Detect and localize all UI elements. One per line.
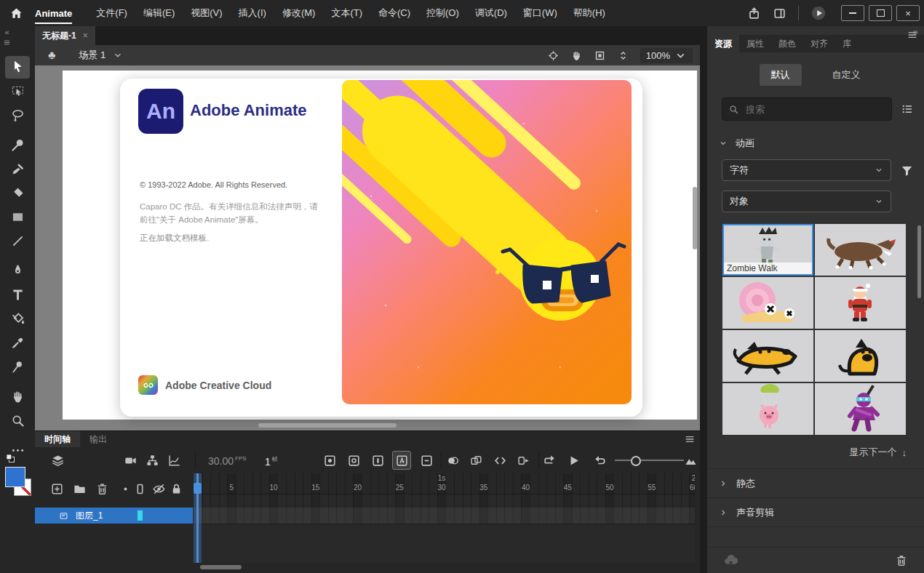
menubar-item[interactable]: 编辑(E) [135, 0, 183, 26]
layer-name[interactable]: 图层_1 [76, 510, 103, 522]
layer-parenting-button[interactable] [143, 451, 162, 470]
close-button[interactable]: × [896, 5, 920, 21]
frame-rate[interactable]: 30.00FPS [208, 455, 247, 467]
hand-tool[interactable] [5, 385, 30, 408]
stage-pasteboard[interactable]: An Adobe Animate © 1993-2022 Adobe. All … [35, 65, 700, 430]
insert-blank-keyframe-button[interactable] [344, 451, 363, 470]
eraser-tool[interactable] [5, 182, 30, 204]
fluid-brush-tool[interactable] [5, 134, 30, 156]
text-tool[interactable] [5, 284, 30, 306]
auto-keyframe-button[interactable] [392, 451, 411, 470]
outline-layers-button[interactable] [130, 479, 149, 498]
menubar-item[interactable]: 修改(M) [274, 0, 324, 26]
layer-stack-button[interactable] [48, 451, 67, 470]
slider-knob[interactable] [631, 456, 641, 466]
chevron-down-icon[interactable] [113, 50, 123, 60]
graph-editor-button[interactable] [164, 451, 183, 470]
add-camera-button[interactable] [121, 451, 140, 470]
classic-brush-tool[interactable] [5, 158, 30, 180]
timeline-tab[interactable]: 时间轴 [35, 431, 80, 447]
search-input[interactable] [744, 103, 885, 116]
edit-multiple-frames-button[interactable] [466, 451, 485, 470]
menubar-item[interactable]: 命令(C) [370, 0, 418, 26]
menubar-item[interactable]: 插入(I) [231, 0, 274, 26]
panel-tab[interactable]: 资源 [707, 35, 739, 52]
pen-tool[interactable] [5, 260, 30, 282]
zoom-level-select[interactable]: 100% [640, 48, 693, 63]
eyedropper-tool[interactable] [5, 332, 30, 354]
tween-frames-button[interactable] [514, 451, 533, 470]
collapse-panel-icon[interactable]: « [3, 28, 11, 36]
menubar-item[interactable]: 调试(D) [467, 0, 515, 26]
menubar-item[interactable]: 帮助(H) [565, 0, 613, 26]
loop-playback-button[interactable] [540, 451, 559, 470]
lock-layers-button[interactable] [167, 479, 186, 498]
create-tween-button[interactable] [490, 451, 509, 470]
panel-tab[interactable]: 颜色 [771, 35, 803, 52]
fill-color-swatch[interactable] [5, 467, 25, 487]
filter-funnel-icon[interactable] [900, 164, 914, 177]
delete-frame-button[interactable] [417, 451, 436, 470]
asset-item[interactable] [815, 224, 906, 276]
rectangle-tool[interactable] [5, 206, 30, 228]
menubar-item[interactable]: 文本(T) [323, 0, 370, 26]
document-tab[interactable]: 无标题-1 × [35, 26, 95, 45]
section-animation[interactable]: 动画 [719, 137, 924, 150]
free-transform-tool[interactable] [5, 80, 30, 103]
rewind-button[interactable] [590, 451, 609, 470]
menubar-item[interactable]: 控制(O) [418, 0, 467, 26]
stage[interactable]: An Adobe Animate © 1993-2022 Adobe. All … [63, 71, 697, 420]
new-layer-button[interactable] [47, 479, 66, 498]
insert-frame-button[interactable] [368, 451, 387, 470]
maximize-button[interactable] [869, 5, 892, 21]
line-tool[interactable] [5, 230, 30, 252]
section-static[interactable]: 静态 [707, 468, 924, 497]
vertical-scrollbar[interactable] [693, 187, 697, 249]
layer-row[interactable]: 图层_1 [35, 508, 193, 524]
menubar-item[interactable]: 文件(F) [88, 0, 135, 26]
character-filter-select[interactable]: 字符 [722, 159, 891, 181]
mode-tab[interactable]: 自定义 [821, 64, 872, 86]
minimize-button[interactable] [841, 5, 864, 21]
frames-area[interactable]: 1s2 51015202530354045505560 [193, 473, 695, 563]
insert-keyframe-button[interactable] [320, 451, 339, 470]
asset-item[interactable] [722, 330, 813, 382]
playhead-head[interactable] [194, 483, 202, 494]
zoom-stepper-icon[interactable] [617, 49, 629, 62]
asset-item[interactable] [722, 383, 813, 435]
share-icon[interactable] [747, 7, 761, 20]
asset-item[interactable] [815, 383, 906, 435]
frame-view-button[interactable] [681, 451, 700, 470]
center-stage-icon[interactable] [547, 49, 559, 62]
paint-bucket-tool[interactable] [5, 308, 30, 330]
timeline-zoom-slider[interactable] [615, 460, 684, 461]
menubar-item[interactable]: 视图(V) [183, 0, 230, 26]
panel-menu-icon[interactable] [684, 433, 696, 445]
panel-menu-icon[interactable] [3, 39, 11, 47]
home-button[interactable] [0, 7, 32, 20]
clip-content-icon[interactable] [594, 49, 606, 62]
panel-scrollbar[interactable] [917, 225, 921, 298]
rotate-view-icon[interactable] [570, 49, 583, 62]
show-next-link[interactable]: 显示下一个 ↓ [707, 446, 907, 459]
timeline-horizontal-scrollbar[interactable] [200, 565, 242, 569]
panel-tab[interactable]: 对齐 [803, 35, 835, 52]
play-button[interactable] [564, 451, 583, 470]
new-folder-button[interactable] [70, 479, 89, 498]
trash-icon[interactable] [895, 554, 908, 567]
onion-skin-button[interactable] [443, 451, 462, 470]
timeline-tab[interactable]: 输出 [80, 431, 116, 447]
selection-tool[interactable] [5, 56, 30, 79]
delete-layer-button[interactable] [92, 479, 111, 498]
lasso-tool[interactable] [5, 104, 30, 127]
object-filter-select[interactable]: 对象 [722, 191, 891, 212]
mode-tab[interactable]: 默认 [760, 64, 802, 86]
workspace-icon[interactable] [773, 7, 786, 20]
list-view-icon[interactable] [901, 103, 914, 116]
current-frame[interactable]: 1帧 [265, 455, 278, 468]
asset-warp-tool[interactable] [5, 356, 30, 378]
panel-tab[interactable]: 属性 [739, 35, 771, 52]
hide-layers-button[interactable] [149, 479, 168, 498]
panel-tab[interactable]: 库 [835, 35, 859, 52]
layer-frame-strip[interactable] [193, 508, 695, 524]
